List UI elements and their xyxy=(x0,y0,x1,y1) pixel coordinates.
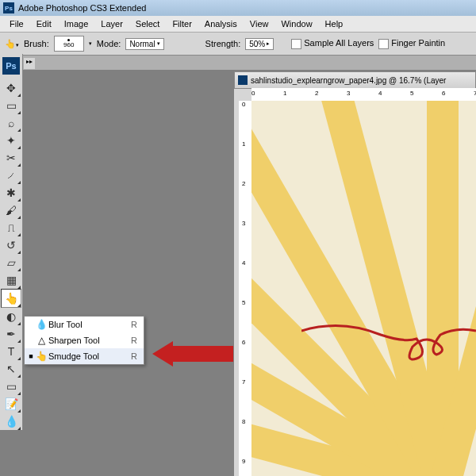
dodge-tool[interactable]: ◐ xyxy=(2,308,21,325)
document-icon xyxy=(238,75,248,85)
tool-palette: Ps ✥ ▭ ⌕ ✦ ✂ ⟋ ✱ 🖌 ⎍ ↺ ▱ ▦ 👆 ◐ ✒ T ↖ ▭ 📝… xyxy=(0,54,23,430)
menu-layer[interactable]: Layer xyxy=(94,19,129,29)
strength-label: Strength: xyxy=(205,39,241,48)
type-tool[interactable]: T xyxy=(2,343,21,360)
smudge-tool[interactable]: 👆 xyxy=(1,289,21,308)
vertical-ruler[interactable]: 0123456789 xyxy=(239,101,252,476)
heal-tool[interactable]: ✱ xyxy=(2,184,21,202)
stamp-tool[interactable]: ⎍ xyxy=(2,219,21,236)
document-title-bar[interactable]: sahlinstudio_explearngrow_paper4.jpg @ 1… xyxy=(234,71,476,89)
menu-edit[interactable]: Edit xyxy=(30,19,58,29)
menu-view[interactable]: View xyxy=(244,19,275,29)
marquee-tool[interactable]: ▭ xyxy=(2,97,21,114)
rope-graphic xyxy=(301,315,476,378)
title-bar: Ps Adobe Photoshop CS3 Extended xyxy=(0,0,476,16)
brush-label: Brush: xyxy=(24,39,49,48)
gradient-tool[interactable]: ▦ xyxy=(2,271,21,289)
smudge-tool-icon[interactable]: 👆▾ xyxy=(5,39,19,49)
strength-input[interactable]: 50%▸ xyxy=(245,38,274,50)
path-tool[interactable]: ↖ xyxy=(2,360,21,378)
mode-label: Mode: xyxy=(97,39,121,48)
menu-bar: File Edit Image Layer Select Filter Anal… xyxy=(0,16,476,33)
brush-tool[interactable]: 🖌 xyxy=(2,202,21,219)
eyedropper-tool[interactable]: 💧 xyxy=(2,413,21,430)
crop-tool[interactable]: ✂ xyxy=(2,149,21,167)
menu-analysis[interactable]: Analysis xyxy=(198,19,244,29)
tab-toggle-icon[interactable]: ▸▸ xyxy=(24,58,35,69)
slice-tool[interactable]: ⟋ xyxy=(2,167,21,184)
app-icon: Ps xyxy=(3,2,14,13)
move-tool[interactable]: ✥ xyxy=(2,79,21,97)
flyout-blur-tool[interactable]: 💧Blur ToolR xyxy=(25,317,144,332)
canvas[interactable] xyxy=(251,101,476,476)
finger-painting-checkbox[interactable]: Finger Paintin xyxy=(378,38,445,49)
shape-tool[interactable]: ▭ xyxy=(2,378,21,395)
menu-select[interactable]: Select xyxy=(129,19,167,29)
document-window: sahlinstudio_explearngrow_paper4.jpg @ 1… xyxy=(234,71,476,476)
brush-preset-picker[interactable]: 960 xyxy=(54,36,84,52)
options-bar: 👆▾ Brush: 960▾ Mode: Normal▾ Strength: 5… xyxy=(0,33,476,56)
lasso-tool[interactable]: ⌕ xyxy=(2,114,21,132)
tool-flyout-menu: 💧Blur ToolR △Sharpen ToolR ■👆Smudge Tool… xyxy=(24,316,144,365)
menu-file[interactable]: File xyxy=(3,19,30,29)
ps-header-icon[interactable]: Ps xyxy=(2,57,20,75)
menu-help[interactable]: Help xyxy=(319,19,350,29)
tab-strip: ▸▸ xyxy=(22,56,476,70)
pen-tool[interactable]: ✒ xyxy=(2,325,21,343)
menu-filter[interactable]: Filter xyxy=(166,19,198,29)
history-brush-tool[interactable]: ↺ xyxy=(2,236,21,254)
horizontal-ruler[interactable]: 01234567 xyxy=(251,88,476,102)
menu-window[interactable]: Window xyxy=(274,19,318,29)
app-title: Adobe Photoshop CS3 Extended xyxy=(18,3,146,13)
sample-all-checkbox[interactable]: Sample All Layers xyxy=(291,38,374,49)
menu-image[interactable]: Image xyxy=(58,19,95,29)
flyout-sharpen-tool[interactable]: △Sharpen ToolR xyxy=(25,332,144,348)
flyout-smudge-tool[interactable]: ■👆Smudge ToolR xyxy=(25,348,144,364)
mode-select[interactable]: Normal▾ xyxy=(125,38,163,50)
wand-tool[interactable]: ✦ xyxy=(2,132,21,149)
notes-tool[interactable]: 📝 xyxy=(2,395,21,413)
eraser-tool[interactable]: ▱ xyxy=(2,254,21,271)
